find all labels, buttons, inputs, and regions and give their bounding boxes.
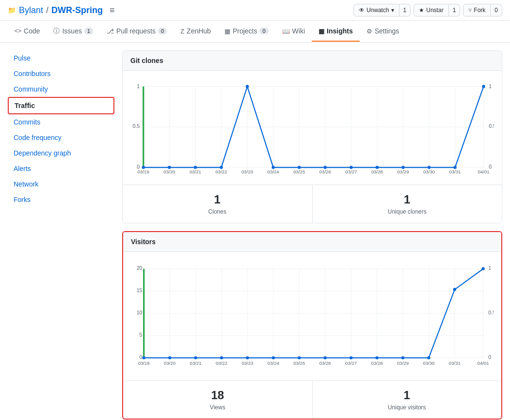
git-clones-title: Git clones (123, 51, 502, 71)
tab-wiki[interactable]: 📖 Wiki (275, 21, 312, 42)
svg-point-91 (427, 356, 430, 359)
svg-point-26 (194, 166, 197, 169)
svg-text:03/21: 03/21 (190, 169, 201, 174)
svg-text:03/30: 03/30 (423, 169, 435, 174)
svg-text:03/20: 03/20 (164, 360, 175, 366)
svg-point-88 (350, 356, 352, 359)
svg-text:03/19: 03/19 (138, 360, 150, 366)
svg-point-90 (401, 356, 404, 359)
visitors-stats: 18 Views 1 Unique visitors (123, 380, 501, 419)
slash: / (46, 5, 48, 16)
tab-zenhub-label: ZenHub (187, 27, 211, 35)
svg-text:15: 15 (137, 287, 143, 293)
tab-settings[interactable]: ⚙ Settings (360, 21, 406, 42)
sidebar: Pulse Contributors Community Traffic Com… (8, 50, 114, 420)
tab-wiki-label: Wiki (292, 27, 305, 35)
sidebar-item-network[interactable]: Network (8, 176, 114, 192)
git-clones-card: Git clones 1 0.5 0 1 0.5 0 (122, 50, 502, 223)
unique-cloners-stat: 1 Unique cloners (313, 185, 502, 223)
git-clones-body: 1 0.5 0 1 0.5 0 (123, 71, 502, 185)
views-label: Views (131, 404, 304, 411)
sidebar-item-community[interactable]: Community (8, 81, 114, 97)
tab-code-label: Code (24, 27, 40, 35)
svg-text:20: 20 (137, 265, 143, 271)
svg-text:03/30: 03/30 (423, 360, 434, 366)
tab-projects[interactable]: ▦ Projects 0 (218, 21, 275, 42)
svg-point-28 (246, 85, 249, 88)
sidebar-item-dependency-graph[interactable]: Dependency graph (8, 145, 114, 161)
visitors-chart: 20 15 10 5 0 1 0.5 0 (131, 260, 494, 371)
clones-count: 1 (130, 193, 304, 206)
fork-count[interactable]: 0 (491, 4, 502, 16)
svg-point-93 (481, 267, 484, 270)
owner-link[interactable]: Bylant (19, 5, 43, 16)
svg-text:1: 1 (137, 83, 140, 89)
sidebar-item-contributors[interactable]: Contributors (8, 66, 114, 81)
tab-insights-label: Insights (327, 27, 353, 35)
svg-text:04/01: 04/01 (478, 360, 489, 366)
svg-text:0: 0 (488, 354, 491, 360)
svg-text:03/25: 03/25 (293, 360, 305, 366)
tab-settings-label: Settings (375, 27, 399, 35)
projects-icon: ▦ (224, 28, 230, 35)
svg-point-86 (298, 356, 301, 359)
svg-text:03/19: 03/19 (138, 169, 149, 174)
hamburger-icon[interactable]: ≡ (110, 5, 115, 16)
git-clones-chart: 1 0.5 0 1 0.5 0 (130, 78, 494, 175)
svg-point-82 (194, 356, 197, 359)
eye-icon: 👁 (359, 7, 365, 14)
svg-text:03/28: 03/28 (371, 360, 383, 366)
svg-point-92 (453, 288, 456, 291)
top-bar: 📁 Bylant / DWR-Spring ≡ 👁 Unwatch ▾ 1 ★ … (0, 0, 510, 21)
unique-cloners-label: Unique cloners (320, 208, 494, 215)
svg-text:03/23: 03/23 (241, 169, 253, 174)
tab-zenhub[interactable]: Z ZenHub (174, 21, 218, 42)
clones-stat: 1 Clones (123, 185, 313, 223)
svg-point-34 (401, 166, 404, 169)
sidebar-item-alerts[interactable]: Alerts (8, 161, 114, 176)
sidebar-item-forks[interactable]: Forks (8, 192, 114, 207)
svg-point-81 (168, 356, 171, 359)
svg-point-84 (246, 356, 249, 359)
svg-point-89 (375, 356, 378, 359)
fork-label: Fork (474, 7, 485, 14)
watch-button[interactable]: 👁 Unwatch ▾ (353, 4, 399, 16)
watch-count[interactable]: 1 (399, 4, 411, 16)
fork-group: ⑂ Fork 0 (463, 4, 502, 16)
star-count[interactable]: 1 (449, 4, 461, 16)
svg-text:03/29: 03/29 (397, 360, 409, 366)
star-icon: ★ (419, 7, 424, 14)
star-button[interactable]: ★ Unstar (414, 4, 448, 16)
sidebar-item-pulse[interactable]: Pulse (8, 50, 114, 66)
projects-badge: 0 (259, 28, 268, 34)
svg-text:1: 1 (488, 265, 491, 271)
fork-button[interactable]: ⑂ Fork (463, 4, 491, 16)
svg-text:0: 0 (140, 354, 143, 360)
svg-text:03/21: 03/21 (190, 360, 202, 366)
sidebar-item-code-frequency[interactable]: Code frequency (8, 130, 114, 145)
tab-code[interactable]: <> Code (8, 21, 47, 42)
svg-text:04/01: 04/01 (478, 169, 490, 174)
visitors-body: 20 15 10 5 0 1 0.5 0 (123, 252, 501, 380)
svg-point-30 (298, 166, 301, 169)
top-actions: 👁 Unwatch ▾ 1 ★ Unstar 1 ⑂ Fork 0 (353, 4, 502, 16)
sidebar-item-commits[interactable]: Commits (8, 114, 114, 130)
tab-pr-label: Pull requests (116, 27, 156, 35)
repo-name-link[interactable]: DWR-Spring (51, 5, 103, 16)
svg-text:0.5: 0.5 (132, 123, 140, 129)
zenhub-icon: Z (180, 28, 184, 35)
tab-issues[interactable]: ⓘ Issues 1 (47, 21, 100, 42)
svg-text:03/22: 03/22 (215, 169, 227, 174)
code-icon: <> (15, 28, 21, 34)
svg-point-80 (143, 356, 145, 359)
svg-point-37 (482, 85, 485, 88)
sidebar-item-traffic[interactable]: Traffic (8, 97, 114, 114)
svg-point-31 (324, 166, 327, 169)
nav-tabs: <> Code ⓘ Issues 1 ⎇ Pull requests 0 Z Z… (0, 21, 510, 43)
star-label: Unstar (426, 7, 443, 14)
svg-point-35 (428, 166, 430, 169)
wiki-icon: 📖 (282, 28, 290, 35)
tab-pullrequests[interactable]: ⎇ Pull requests 0 (100, 21, 174, 42)
tab-insights[interactable]: ▦ Insights (312, 21, 360, 42)
svg-text:03/26: 03/26 (319, 360, 331, 366)
